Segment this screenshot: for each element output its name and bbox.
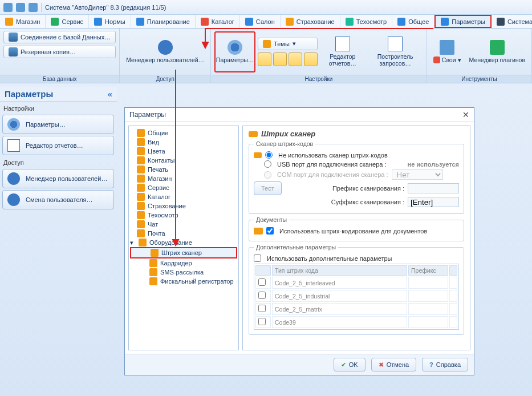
tab-8[interactable]: Общее [392, 15, 434, 28]
tree-item[interactable]: Общие [130, 128, 237, 138]
usb-value: не используется [408, 161, 459, 168]
side-btn-parameters[interactable]: Параметры… [2, 115, 114, 134]
tree-icon [137, 129, 145, 137]
com-select: Нет [392, 169, 443, 180]
tab-icon [94, 18, 102, 26]
side-btn-user-manager[interactable]: Менеджер пользователей… [2, 169, 114, 188]
tree-item[interactable]: Цвета [130, 147, 237, 156]
quick-icon-2[interactable] [29, 3, 38, 12]
collapse-icon[interactable] [108, 89, 112, 99]
tree-item[interactable]: Чат [130, 220, 237, 229]
tab-9[interactable]: Параметры [434, 15, 492, 28]
radio-usb-label: USB порт для подключения сканера : [277, 161, 386, 168]
tree-item[interactable]: Магазин [130, 174, 237, 183]
tree-item[interactable]: Почта [130, 229, 237, 238]
tab-5[interactable]: Салон [240, 15, 281, 28]
tree-icon [137, 184, 145, 192]
plugin-manager-button[interactable]: Менеджер плагинов [466, 31, 528, 72]
table-row: Code_2_5_matrix [255, 303, 457, 315]
cancel-button[interactable]: ✖ Отмена [371, 358, 416, 371]
radio-none-row: Не использовать сканер штрих-кодов [254, 151, 459, 159]
user-icon [158, 40, 173, 55]
report-editor-button[interactable]: Редактор отчетов… [320, 31, 365, 72]
chk-extra-label: Использовать дополнительные параметры [267, 255, 392, 262]
test-button[interactable]: Тест [254, 181, 282, 195]
query-icon [388, 37, 403, 51]
suffix-input[interactable] [408, 197, 459, 207]
theme-preset-1[interactable] [258, 52, 271, 66]
tree-item[interactable]: Печать [130, 165, 237, 174]
tree-child-item[interactable]: Кардридер [130, 258, 237, 268]
quick-icon-1[interactable] [16, 3, 25, 12]
row-check[interactable] [258, 278, 266, 286]
side-btn-switch-user[interactable]: Смена пользователя… [2, 190, 114, 209]
side-panel-title: Параметры [0, 87, 117, 102]
tab-icon [397, 18, 405, 26]
doc-icon [335, 37, 350, 51]
tab-3[interactable]: Планирование [131, 15, 196, 28]
app-icon [3, 3, 13, 12]
tab-icon [286, 18, 294, 26]
radio-none[interactable] [265, 151, 273, 159]
tree-item[interactable]: ▾Оборудование [130, 238, 237, 247]
db-connection-button[interactable]: Соединение с Базой Данных… [3, 31, 116, 43]
tree-child-item[interactable]: Штрих сканер [130, 247, 237, 258]
tab-0[interactable]: Магазин [0, 15, 46, 28]
tree-item[interactable]: Техосмотр [130, 211, 237, 220]
tree-icon [137, 229, 145, 237]
theme-preset-4[interactable] [304, 52, 318, 66]
close-icon[interactable] [462, 110, 469, 119]
tree-child-item[interactable]: SMS-рассылка [130, 268, 237, 277]
chk-documents[interactable] [266, 227, 274, 235]
tree-item[interactable]: Страхование [130, 201, 237, 211]
col-type: Тип штрих кода [272, 265, 407, 276]
tree-item[interactable]: Каталог [130, 192, 237, 201]
scanner-legend: Сканер штрих-кодов [254, 140, 315, 147]
documents-fieldset: Документы Использовать штрих-кодирование… [249, 216, 464, 241]
prefix-input[interactable] [408, 183, 459, 193]
tab-1[interactable]: Сервис [46, 15, 89, 28]
tree-item[interactable]: Сервис [130, 183, 237, 192]
tree-child-item[interactable]: Фискальный регистратор [130, 277, 237, 286]
theme-preset-3[interactable] [289, 52, 302, 66]
ribbon-caption-settings: Настройки [211, 75, 427, 83]
ribbon-caption-tools: Инструменты [427, 75, 531, 83]
check-icon: ✔ [341, 361, 346, 369]
favorites-button[interactable]: Свои ▾ [431, 31, 464, 72]
barcode-types-table: Тип штрих кода Префикс Code_2_5_interlea… [254, 264, 459, 330]
side-btn-report-editor[interactable]: Редактор отчетов… [2, 136, 114, 155]
tab-7[interactable]: Техосмотр [340, 15, 393, 28]
query-builder-button[interactable]: Построитель запросов… [367, 31, 423, 72]
ok-button[interactable]: ✔ OK [334, 358, 366, 371]
tree-item[interactable]: Контакты [130, 156, 237, 165]
row-check[interactable] [258, 318, 266, 325]
parameters-button[interactable]: Параметры… [214, 31, 255, 72]
grid-icon [440, 40, 454, 55]
tab-6[interactable]: Страхование [281, 15, 340, 28]
chk-extra[interactable] [254, 254, 261, 262]
user-manager-button[interactable]: Менеджер пользователей… [123, 31, 207, 72]
tab-2[interactable]: Нормы [89, 15, 131, 28]
doc-icon [7, 139, 20, 152]
titlebar: Система "АвтоДилер" 8.3 (редакция 11/5) [0, 0, 532, 15]
settings-tree[interactable]: ОбщиеВидЦветаКонтактыПечатьМагазинСервис… [128, 126, 239, 350]
heart-icon [433, 56, 440, 63]
theme-preset-2[interactable] [273, 52, 287, 66]
tree-item[interactable]: Вид [130, 138, 237, 147]
tab-icon [441, 18, 449, 26]
radio-usb[interactable] [264, 160, 271, 168]
tab-4[interactable]: Каталог [196, 15, 240, 28]
themes-button[interactable]: Темы ▾ [258, 38, 318, 50]
tab-10[interactable]: Система [492, 15, 532, 28]
side-group-settings: Настройки [2, 103, 115, 113]
row-check[interactable] [258, 305, 266, 312]
row-check[interactable] [258, 292, 266, 299]
expand-icon[interactable]: ▾ [130, 239, 136, 247]
ribbon-group-tools: Свои ▾ Менеджер плагинов Инструменты [427, 29, 532, 83]
db-backup-button[interactable]: Резервная копия… [3, 46, 116, 58]
tab-icon [201, 18, 209, 26]
prefix-label: Префикс сканирования : [332, 185, 404, 192]
tree-icon [149, 259, 157, 267]
help-button[interactable]: ? Справка [422, 358, 468, 371]
tree-icon [137, 165, 145, 173]
